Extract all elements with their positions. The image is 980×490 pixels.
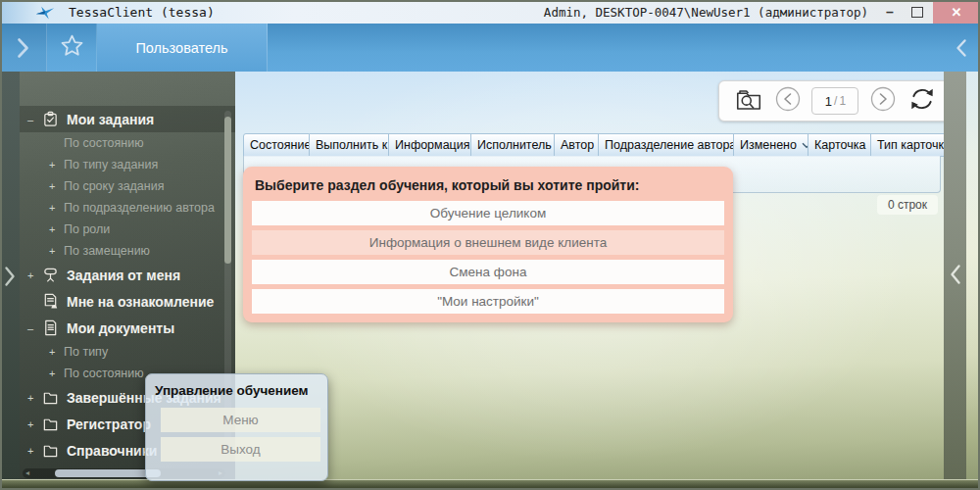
column-label: Выполнить к — [316, 138, 387, 152]
maximize-button[interactable] — [904, 0, 931, 24]
document-icon — [42, 319, 67, 336]
sidebar-item-label: Мои документы — [67, 320, 174, 336]
collapse-expander-icon[interactable]: – — [27, 114, 42, 125]
signpost-icon — [42, 267, 67, 283]
expander-icon[interactable]: + — [27, 270, 42, 281]
sidebar-item-by-substitution[interactable]: + По замещению — [20, 240, 235, 262]
sidebar-item-my-tasks[interactable]: – Мои задания — [20, 106, 235, 132]
expand-left-panel-button[interactable] — [0, 72, 20, 481]
training-option-change-background[interactable]: Смена фона — [252, 260, 724, 284]
column-header-modified[interactable]: Изменено — [734, 133, 808, 157]
content-area: 1 / 1 Состояние Выполнить к Информация И… — [235, 72, 944, 481]
current-page: 1 — [825, 94, 832, 109]
column-header-state[interactable]: Состояние — [243, 133, 310, 157]
tab-user[interactable]: Пользователь — [97, 24, 268, 72]
expand-nav-button[interactable] — [0, 24, 47, 72]
close-button[interactable]: ✕ — [933, 0, 980, 24]
next-page-button[interactable] — [869, 85, 897, 117]
scroll-left-arrow-icon[interactable]: ◂ — [23, 468, 32, 478]
title-bar: TessaClient (tessa) Admin, DESKTOP-0047\… — [0, 0, 980, 24]
sidebar-item-label: По роли — [64, 222, 110, 236]
sidebar-item-label: Регистратор — [67, 416, 151, 432]
column-label: Состояние — [250, 138, 310, 152]
expander-icon[interactable]: + — [27, 418, 42, 430]
expander-icon[interactable]: + — [49, 346, 64, 358]
column-label: Тип карточки — [877, 138, 944, 152]
sidebar-item-by-state[interactable]: По состоянию — [20, 132, 235, 154]
sidebar-item-by-role[interactable]: + По роли — [20, 219, 235, 240]
column-label: Подразделение автора — [605, 138, 734, 152]
sidebar-item-by-task-deadline[interactable]: + По сроку задания — [20, 175, 235, 197]
folder-search-button[interactable] — [734, 86, 763, 117]
folder-icon — [42, 389, 67, 406]
chevron-left-icon — [950, 264, 961, 285]
training-menu-button[interactable]: Меню — [161, 408, 320, 432]
column-label: Автор — [561, 138, 594, 152]
expander-icon[interactable]: – — [27, 322, 42, 334]
sidebar-item-label: Справочники — [67, 443, 157, 459]
expander-icon[interactable]: + — [27, 445, 42, 457]
training-option-client-appearance[interactable]: Информация о внешнем виде клиента — [252, 230, 724, 255]
sidebar-item-label: Мои задания — [67, 112, 154, 127]
sidebar-item-by-author-department[interactable]: + По подразделению автора — [20, 197, 235, 219]
window-title: TessaClient (tessa) — [69, 5, 215, 20]
training-exit-button[interactable]: Выход — [161, 437, 320, 462]
sidebar-item-for-my-review[interactable]: Мне на ознакомление — [20, 288, 235, 315]
page-separator: / — [834, 94, 837, 108]
training-dialog-title: Выберите раздел обучения, который вы хот… — [252, 175, 724, 201]
column-header-info[interactable]: Информация — [389, 133, 471, 157]
document-bell-icon — [42, 293, 67, 310]
prev-page-button[interactable] — [774, 85, 802, 117]
sidebar-item-label: Задания от меня — [67, 268, 180, 283]
minimize-button[interactable]: – — [876, 0, 904, 24]
page-number-box[interactable]: 1 / 1 — [811, 87, 858, 115]
sidebar-item-label: По состоянию — [64, 367, 144, 380]
column-header-card[interactable]: Карточка — [808, 133, 871, 157]
training-option-my-settings[interactable]: "Мои настройки" — [252, 289, 724, 314]
expander-icon[interactable]: + — [49, 202, 64, 214]
expander-icon[interactable]: + — [49, 180, 64, 192]
column-header-author[interactable]: Автор — [555, 133, 599, 157]
column-header-card-type[interactable]: Тип карточки — [871, 133, 944, 157]
sidebar-item-label: По типу — [64, 345, 108, 359]
row-count-badge: 0 строк — [877, 195, 938, 215]
refresh-button[interactable] — [907, 85, 937, 117]
column-label: Карточка — [814, 138, 865, 152]
expander-icon[interactable]: + — [27, 392, 42, 404]
column-header-due[interactable]: Выполнить к — [310, 133, 389, 157]
view-toolbar: 1 / 1 — [718, 80, 944, 122]
sort-chevron-down-icon[interactable] — [797, 142, 808, 149]
column-header-performer[interactable]: Исполнитель — [471, 133, 555, 157]
sidebar-item-tasks-from-me[interactable]: + Задания от меня — [20, 262, 235, 288]
column-label: Изменено — [740, 138, 797, 152]
maximize-icon — [911, 7, 923, 18]
sidebar-item-by-task-type[interactable]: + По типу задания — [20, 154, 235, 175]
folder-icon — [42, 442, 67, 459]
sidebar-item-my-documents[interactable]: – Мои документы — [20, 315, 235, 341]
tessa-logo-icon — [35, 4, 55, 21]
column-header-author-department[interactable]: Подразделение автора — [599, 133, 734, 157]
expander-icon[interactable]: + — [49, 245, 64, 257]
expander-icon[interactable]: + — [49, 223, 64, 235]
collapse-toolbar-button[interactable] — [949, 24, 974, 72]
clipboard-check-icon — [42, 111, 67, 127]
expander-icon[interactable]: + — [49, 159, 64, 171]
expand-right-panel-button[interactable] — [944, 72, 966, 481]
grid-header-row: Состояние Выполнить к Информация Исполни… — [243, 133, 944, 157]
favorites-button[interactable] — [47, 24, 97, 72]
sidebar-item-label: По типу задания — [64, 158, 158, 172]
training-option-full-course[interactable]: Обучение целиком — [252, 201, 724, 225]
app-window: TessaClient (tessa) Admin, DESKTOP-0047\… — [0, 0, 980, 490]
star-icon — [59, 32, 85, 63]
total-pages: 1 — [839, 94, 846, 108]
column-label: Информация — [395, 138, 470, 152]
column-label: Исполнитель — [477, 138, 552, 152]
sidebar-item-docs-by-type[interactable]: + По типу — [20, 341, 235, 363]
scrollbar-thumb[interactable] — [224, 117, 231, 264]
main-toolbar: Пользователь — [0, 24, 980, 72]
sidebar-item-label: По замещению — [64, 244, 150, 258]
expander-icon[interactable]: + — [49, 368, 64, 379]
sidebar-item-label: Мне на ознакомление — [67, 294, 214, 310]
sidebar-item-label: По подразделению автора — [64, 201, 215, 215]
folder-icon — [42, 416, 67, 432]
